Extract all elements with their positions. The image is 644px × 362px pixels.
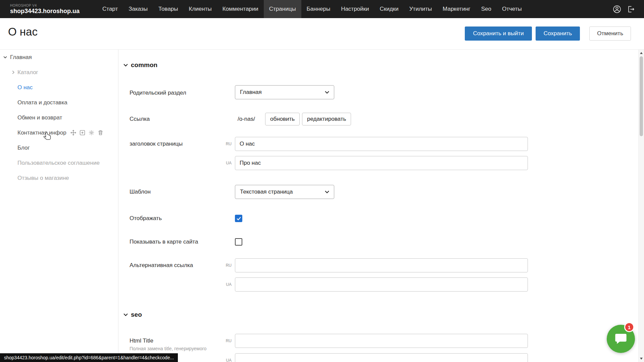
sidebar-divider <box>118 50 118 362</box>
scroll-down-arrow-icon[interactable] <box>640 358 643 360</box>
lang-ru-badge: RU <box>219 339 232 343</box>
lang-ua-badge: UA <box>219 358 232 362</box>
sidebar-item-home[interactable]: Главная <box>0 50 118 65</box>
sidebar-item-user-agreement[interactable]: Пользовательское соглашение <box>0 155 118 170</box>
template-value: Текстовая страница <box>240 189 293 195</box>
menu-reports[interactable]: Отчеты <box>497 0 527 18</box>
brand[interactable]: HOROSHOP V4 shop34423.horoshop.ua <box>10 0 80 18</box>
chevron-down-icon <box>123 313 128 316</box>
chat-bubble-icon <box>614 332 628 346</box>
menu-utilities[interactable]: Утилиты <box>404 0 438 18</box>
lang-ua-badge: UA <box>219 161 232 165</box>
display-label: Отображать <box>130 215 162 222</box>
edit-link-button[interactable]: редактировать <box>302 113 351 125</box>
move-icon[interactable] <box>70 130 76 136</box>
menu-banners[interactable]: Баннеры <box>301 0 336 18</box>
row-hover-actions <box>70 130 103 136</box>
header-actions: Сохранить и выйти Сохранить Отменить <box>465 27 631 41</box>
alt-link-input-ru[interactable] <box>235 258 528 272</box>
cancel-button[interactable]: Отменить <box>589 27 631 41</box>
page-header: О нас Сохранить и выйти Сохранить Отмени… <box>0 18 644 50</box>
status-url-bar: shop34423.horoshop.ua/edit/edit.php?id=6… <box>0 353 178 362</box>
menu-settings[interactable]: Настройки <box>336 0 374 18</box>
add-page-icon[interactable] <box>80 130 85 136</box>
lang-ua-badge: UA <box>219 282 232 287</box>
menu-discounts[interactable]: Скидки <box>374 0 404 18</box>
account-icon[interactable] <box>612 5 622 14</box>
sitemap-label: Показывать в карте сайта <box>130 238 198 246</box>
delete-trash-icon[interactable] <box>98 130 103 136</box>
lang-ru-badge: RU <box>219 263 232 268</box>
sidebar-item-label: Пользовательское соглашение <box>17 160 100 166</box>
scroll-up-arrow-icon[interactable] <box>640 52 643 54</box>
template-label: Шаблон <box>130 188 151 196</box>
sidebar-item-label: Каталог <box>17 69 38 76</box>
chevron-right-icon <box>12 70 14 74</box>
page-title-input-ru[interactable] <box>235 137 528 151</box>
page-edit-form: common Родительский раздел Главная Ссылк… <box>118 50 638 362</box>
sidebar-item-label: Блог <box>17 145 30 151</box>
menu-products[interactable]: Товары <box>153 0 183 18</box>
sidebar-item-exchange-return[interactable]: Обмен и возврат <box>0 110 118 125</box>
alt-link-input-ua[interactable] <box>235 277 528 292</box>
section-common-toggle[interactable]: common <box>123 61 157 69</box>
logout-icon[interactable] <box>627 5 635 13</box>
main-menu: Старт Заказы Товары Клиенты Комментарии … <box>97 0 527 18</box>
chevron-down-icon <box>325 91 329 94</box>
check-icon <box>237 217 241 220</box>
brand-version: HOROSHOP V4 <box>10 4 80 8</box>
lang-ru-badge: RU <box>219 142 232 146</box>
brand-domain: shop34423.horoshop.ua <box>10 8 80 14</box>
refresh-link-button[interactable]: обновить <box>265 113 300 125</box>
alt-link-label: Альтернативная ссылка <box>130 262 193 269</box>
link-path: /o-nas/ <box>238 115 255 123</box>
scrollbar[interactable] <box>638 50 644 362</box>
chevron-down-icon <box>325 191 329 193</box>
html-title-input-ru[interactable] <box>235 334 528 348</box>
menu-comments[interactable]: Комментарии <box>217 0 264 18</box>
sidebar-item-label: О нас <box>17 84 33 91</box>
html-title-hint: Полная замена title, генерируемого <box>130 346 206 352</box>
sidebar-item-about[interactable]: О нас <box>0 80 118 95</box>
save-button[interactable]: Сохранить <box>536 27 580 41</box>
sidebar-item-label: Отзывы о магазине <box>17 175 69 182</box>
parent-section-value: Главная <box>240 89 262 96</box>
display-checkbox[interactable] <box>235 215 242 222</box>
topbar: HOROSHOP V4 shop34423.horoshop.ua Старт … <box>0 0 644 18</box>
settings-gear-icon[interactable] <box>89 130 94 136</box>
parent-section-select[interactable]: Главная <box>235 85 334 99</box>
sidebar-item-store-reviews[interactable]: Отзывы о магазине <box>0 170 118 186</box>
sidebar-item-label: Главная <box>10 54 32 61</box>
page-title-label: заголовок страницы <box>130 140 183 148</box>
chat-unread-badge: 1 <box>624 322 634 332</box>
sidebar-item-catalog[interactable]: Каталог <box>0 65 118 80</box>
page-title: О нас <box>8 25 38 38</box>
sidebar-item-contact-info[interactable]: Контактная инфор <box>0 125 118 140</box>
pages-tree: Главная Каталог О нас Оплата и доставка … <box>0 50 118 362</box>
page-title-input-ua[interactable] <box>235 156 528 170</box>
template-select[interactable]: Текстовая страница <box>235 185 334 199</box>
menu-clients[interactable]: Клиенты <box>184 0 217 18</box>
html-title-label: Html Title <box>130 337 153 345</box>
sidebar-item-payment-delivery[interactable]: Оплата и доставка <box>0 95 118 110</box>
section-seo-label: seo <box>131 311 142 318</box>
sidebar-item-blog[interactable]: Блог <box>0 140 118 155</box>
sidebar-item-label: Обмен и возврат <box>17 114 62 121</box>
menu-seo[interactable]: Seo <box>476 0 497 18</box>
chat-unread-count: 1 <box>628 324 631 330</box>
menu-marketing[interactable]: Маркетинг <box>437 0 476 18</box>
scrollbar-thumb[interactable] <box>640 56 643 136</box>
menu-pages[interactable]: Страницы <box>264 0 301 18</box>
chevron-down-icon <box>3 56 7 58</box>
save-and-exit-button[interactable]: Сохранить и выйти <box>465 27 532 41</box>
menu-orders[interactable]: Заказы <box>123 0 153 18</box>
parent-section-label: Родительский раздел <box>130 89 186 97</box>
section-seo-toggle[interactable]: seo <box>123 311 142 318</box>
link-label: Ссылка <box>130 115 150 123</box>
html-title-input-ua[interactable] <box>235 353 528 362</box>
status-url: shop34423.horoshop.ua/edit/edit.php?id=6… <box>4 355 174 360</box>
section-common-label: common <box>131 61 157 69</box>
sidebar-item-label: Контактная инфор <box>17 130 66 136</box>
menu-start[interactable]: Старт <box>97 0 123 18</box>
sitemap-checkbox[interactable] <box>235 238 242 246</box>
